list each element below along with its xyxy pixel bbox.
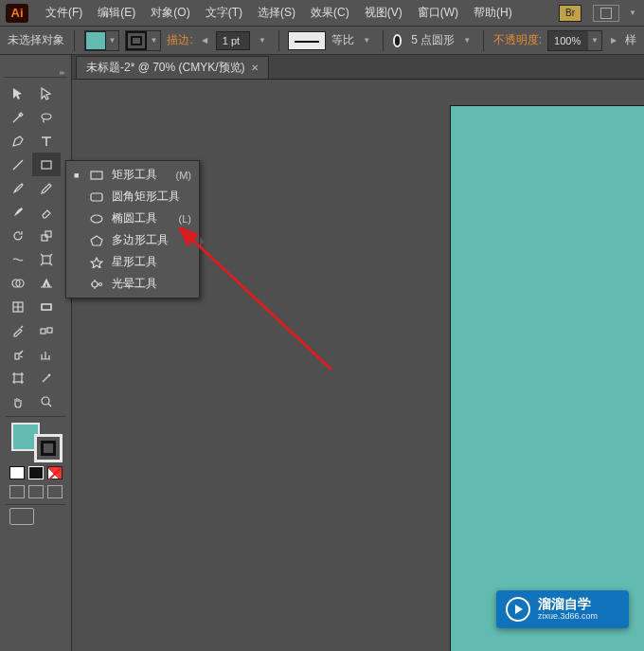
fill-stroke-control[interactable]	[9, 423, 63, 462]
flyout-shortcut: (M)	[176, 170, 192, 181]
symbol-sprayer-tool[interactable]	[4, 342, 32, 366]
direct-selection-tool[interactable]	[32, 81, 61, 105]
menu-help[interactable]: 帮助(H)	[466, 1, 520, 25]
document-tab[interactable]: 未标题-2* @ 70% (CMYK/预览) ✕	[76, 56, 269, 79]
color-mode-none[interactable]	[47, 466, 63, 479]
uniform-label: 等比	[331, 32, 354, 48]
gradient-tool[interactable]	[32, 295, 61, 318]
ellipse-icon	[89, 212, 104, 226]
flyout-polygon-tool[interactable]: 多边形工具	[66, 229, 199, 251]
mesh-tool[interactable]	[4, 295, 32, 318]
flyout-label: 光晕工具	[112, 276, 184, 292]
flyout-rounded-rectangle-tool[interactable]: 圆角矩形工具	[66, 186, 199, 208]
flyout-shortcut: (L)	[179, 213, 191, 225]
opacity-input[interactable]: 100%	[548, 31, 588, 50]
selection-tool[interactable]	[4, 81, 32, 105]
pencil-tool[interactable]	[32, 176, 61, 200]
menu-view[interactable]: 视图(V)	[357, 1, 410, 25]
svg-point-0	[42, 114, 51, 119]
magic-wand-tool[interactable]	[4, 105, 32, 129]
svg-rect-8	[42, 304, 51, 310]
arrange-documents-button[interactable]	[593, 5, 619, 22]
svg-rect-14	[91, 172, 102, 179]
arrange-documents-dropdown-icon[interactable]: ▼	[625, 9, 638, 17]
menu-object[interactable]: 对象(O)	[143, 1, 197, 25]
star-icon	[89, 256, 104, 269]
flyout-flare-tool[interactable]: 光晕工具	[66, 273, 199, 295]
bridge-button[interactable]: Br	[559, 5, 581, 22]
artboard-tool[interactable]	[4, 366, 32, 389]
rotate-tool[interactable]	[4, 224, 32, 247]
blob-brush-tool[interactable]	[4, 200, 32, 224]
menu-type[interactable]: 文字(T)	[198, 1, 250, 25]
document-tab-strip: 未标题-2* @ 70% (CMYK/预览) ✕	[72, 55, 644, 80]
lasso-tool[interactable]	[32, 105, 61, 129]
flyout-label: 圆角矩形工具	[112, 189, 184, 205]
flyout-tearoff-arrow-icon[interactable]	[200, 237, 205, 246]
blend-tool[interactable]	[32, 318, 61, 342]
draw-inside[interactable]	[47, 485, 63, 498]
flyout-ellipse-tool[interactable]: 椭圆工具 (L)	[66, 208, 199, 229]
stroke-dropdown-icon[interactable]: ▼	[256, 36, 269, 45]
svg-rect-1	[42, 161, 51, 169]
hand-tool[interactable]	[4, 389, 32, 413]
menu-edit[interactable]: 编辑(E)	[90, 1, 143, 25]
panel-collapse-icon[interactable]: ▸▸	[60, 68, 63, 77]
perspective-grid-tool[interactable]	[32, 271, 61, 295]
stroke-weight-input[interactable]: 1 pt	[216, 31, 250, 50]
pen-tool[interactable]	[4, 129, 32, 153]
svg-point-20	[99, 282, 102, 285]
rounded-rectangle-icon	[89, 190, 104, 204]
svg-rect-11	[15, 353, 19, 359]
uniform-dropdown-icon[interactable]: ▼	[360, 36, 373, 45]
stroke-color[interactable]	[34, 434, 63, 462]
type-tool[interactable]	[32, 129, 61, 153]
svg-rect-2	[42, 235, 47, 241]
brush-dropdown-icon[interactable]: ▼	[460, 36, 474, 45]
color-mode-gradient[interactable]	[28, 466, 44, 479]
close-tab-icon[interactable]: ✕	[251, 63, 259, 73]
color-mode-solid[interactable]	[9, 466, 25, 479]
width-tool[interactable]	[4, 247, 32, 271]
svg-point-13	[42, 397, 49, 405]
draw-behind[interactable]	[28, 485, 44, 498]
watermark-title: 溜溜自学	[538, 597, 598, 611]
stroke-swatch[interactable]: ▼	[125, 30, 161, 51]
slice-tool[interactable]	[32, 366, 61, 389]
draw-normal[interactable]	[9, 485, 25, 498]
menu-window[interactable]: 窗口(W)	[410, 1, 466, 25]
flyout-rectangle-tool[interactable]: ■ 矩形工具 (M)	[66, 164, 199, 186]
zoom-tool[interactable]	[32, 389, 61, 413]
flyout-star-tool[interactable]: 星形工具	[66, 251, 199, 273]
watermark-badge: 溜溜自学 zixue.3d66.com	[496, 590, 629, 628]
svg-marker-17	[91, 236, 102, 245]
menu-file[interactable]: 文件(F)	[38, 1, 90, 25]
shape-tool-flyout: ■ 矩形工具 (M) 圆角矩形工具 椭圆工具 (L) 多边形工具 星形工具 光晕…	[65, 160, 200, 298]
shape-builder-tool[interactable]	[4, 271, 32, 295]
document-area: 未标题-2* @ 70% (CMYK/预览) ✕	[72, 55, 644, 651]
svg-rect-12	[14, 374, 22, 382]
fill-swatch[interactable]: ▼	[84, 30, 120, 51]
line-segment-tool[interactable]	[4, 153, 32, 176]
eyedropper-tool[interactable]	[4, 318, 32, 342]
column-graph-tool[interactable]	[32, 342, 61, 366]
screen-mode-button[interactable]	[9, 508, 34, 525]
toolbox: ▸▸	[4, 68, 67, 525]
color-mode-row	[4, 466, 67, 479]
free-transform-tool[interactable]	[32, 247, 61, 271]
paintbrush-tool[interactable]	[4, 176, 32, 200]
stroke-profile[interactable]	[288, 31, 326, 50]
stroke-decrement-icon[interactable]: ◀	[199, 36, 210, 45]
draw-mode-row	[4, 485, 67, 498]
rectangle-tool[interactable]	[32, 153, 61, 176]
scale-tool[interactable]	[32, 224, 61, 247]
menu-bar: Ai 文件(F) 编辑(E) 对象(O) 文字(T) 选择(S) 效果(C) 视…	[0, 0, 644, 27]
opacity-increment-icon[interactable]: ▶	[608, 36, 619, 45]
menu-select[interactable]: 选择(S)	[250, 1, 303, 25]
svg-marker-18	[91, 258, 102, 268]
artboard[interactable]	[451, 106, 644, 651]
opacity-dropdown-icon[interactable]: ▼	[588, 36, 601, 45]
eraser-tool[interactable]	[32, 200, 61, 224]
menu-effect[interactable]: 效果(C)	[303, 1, 357, 25]
svg-rect-10	[47, 328, 52, 333]
